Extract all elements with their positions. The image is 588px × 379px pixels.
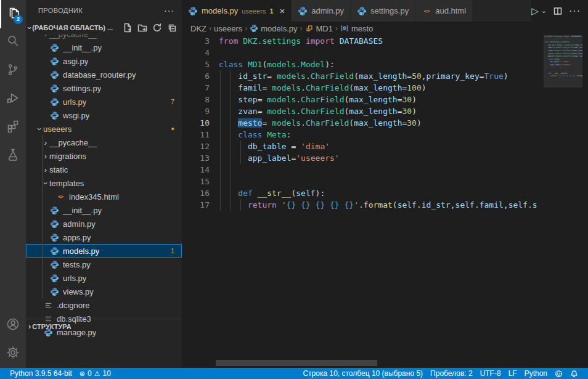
breadcrumb: DKZ›useeers›models.py›MD1›mesto <box>182 22 588 35</box>
code-token: __str__ <box>258 189 292 198</box>
explorer-sidebar: ПРОВОДНИК···›(РАБОЧАЯ ОБЛАСТЬ) ...›__pyc… <box>26 0 182 368</box>
new-file-button[interactable] <box>123 23 133 33</box>
code-token: . <box>306 71 311 81</box>
code-token: . <box>301 118 306 128</box>
code-line-7[interactable]: 7 famil= models.CharField(max_length=100… <box>182 82 588 94</box>
activity-extensions-button[interactable] <box>0 113 26 142</box>
problems-status[interactable]: ⊗0⚠10 <box>76 369 115 378</box>
refresh-button[interactable] <box>152 23 162 33</box>
code-editor[interactable]: 3from DKZ.settings import DATABASES45cla… <box>182 35 588 368</box>
more-actions-button[interactable]: ··· <box>569 6 581 17</box>
activity-explorer-button[interactable]: 2 <box>0 0 26 28</box>
modified-dot-badge: ● <box>171 126 174 132</box>
source-control-icon <box>6 62 20 79</box>
horizontal-scrollbar[interactable] <box>216 360 377 366</box>
code-line-12[interactable]: 12 db_table = 'dima' <box>182 141 588 152</box>
tree-item-apps.py[interactable]: apps.py <box>26 230 182 244</box>
explorer-more-actions-button[interactable]: ··· <box>164 6 174 15</box>
tree-item-views.py[interactable]: views.py <box>26 285 182 298</box>
tree-item-index345.html[interactable]: <>index345.html <box>26 190 182 203</box>
tree-item-urls.py[interactable]: urls.py <box>26 271 182 285</box>
tree-item-.dcignore[interactable]: .dcignore <box>26 298 182 312</box>
breadcrumb-item-DKZ[interactable]: DKZ <box>190 24 206 33</box>
python-interpreter-status[interactable]: Python 3.9.5 64-bit <box>6 369 76 378</box>
activity-account-button[interactable] <box>0 311 26 340</box>
account-icon <box>6 317 20 334</box>
python-file-icon <box>49 83 59 93</box>
tree-item-__pycache__[interactable]: ›__pycache__ <box>26 35 182 41</box>
tree-item-database_roouter.py[interactable]: database_roouter.py <box>26 68 182 81</box>
activity-search-button[interactable] <box>0 28 26 57</box>
encoding-status[interactable]: UTF-8 <box>476 369 505 378</box>
tree-item-urls.py[interactable]: urls.py7 <box>26 95 182 108</box>
python-file-icon <box>49 287 59 296</box>
collapse-all-button[interactable] <box>167 23 177 33</box>
activity-source-control-button[interactable] <box>0 57 26 85</box>
breadcrumb-item-models.py[interactable]: models.py <box>250 24 297 33</box>
indent-guide <box>220 70 221 211</box>
tree-item-static[interactable]: ›static <box>26 163 182 176</box>
activity-testing-button[interactable] <box>0 142 26 170</box>
code-token: CharField <box>306 118 349 128</box>
tab-aud.html[interactable]: <>aud.html <box>415 0 473 22</box>
breadcrumb-item-MD1[interactable]: MD1 <box>305 24 333 33</box>
code-token: max_length <box>359 71 407 81</box>
tree-item-models.py[interactable]: models.py1 <box>26 244 182 258</box>
code-line-15[interactable]: 15 <box>182 176 588 187</box>
code-line-5[interactable]: 5class MD1(models.Model): <box>182 59 588 70</box>
activity-run-debug-button[interactable] <box>0 85 26 113</box>
notifications-button[interactable] <box>566 370 582 378</box>
code-line-16[interactable]: 16 def __str__(self): <box>182 187 588 199</box>
code-line-9[interactable]: 9 zvan= models.CharField(max_length=30) <box>182 105 588 117</box>
code-token: MD1 <box>248 60 262 69</box>
tab-label: settings.py <box>370 6 409 15</box>
code-line-6[interactable]: 6 id_str= models.CharField(max_length=50… <box>182 70 588 82</box>
tab-settings.py[interactable]: settings.py <box>351 0 415 22</box>
activity-settings-button[interactable] <box>0 340 26 368</box>
run-dropdown-button[interactable]: ⌄ <box>541 7 547 15</box>
tree-item-templates[interactable]: ›templates <box>26 176 182 190</box>
eol-status[interactable]: LF <box>505 369 521 378</box>
tree-item-__init__.py[interactable]: __init__.py <box>26 203 182 217</box>
code-token: self <box>455 200 475 210</box>
close-icon[interactable]: × <box>280 6 285 15</box>
code-line-8[interactable]: 8 step= models.CharField(max_length=30) <box>182 94 588 105</box>
code-line-11[interactable]: 11 class Meta: <box>182 129 588 141</box>
tab-admin.py[interactable]: admin.py <box>292 0 351 22</box>
indentation-status[interactable]: Пробелов: 2 <box>427 369 476 378</box>
code-line-14[interactable]: 14 <box>182 164 588 176</box>
file-tree: ›__pycache____init__.pyasgi.pydatabase_r… <box>26 35 182 353</box>
code-line-3[interactable]: 3from DKZ.settings import DATABASES <box>182 35 588 47</box>
language-mode-status[interactable]: Python <box>521 369 551 378</box>
new-folder-icon <box>137 26 147 34</box>
tree-item-__init__.py[interactable]: __init__.py <box>26 41 182 54</box>
cursor-position-status[interactable]: Строка 10, столбец 10 (выбрано 5) <box>299 369 427 378</box>
tree-item-__pycache__[interactable]: ›__pycache__ <box>26 136 182 149</box>
split-editor-button[interactable] <box>553 6 563 16</box>
tree-item-wsgi.py[interactable]: wsgi.py <box>26 108 182 122</box>
new-folder-button[interactable] <box>137 23 147 33</box>
run-button[interactable]: ▷ <box>531 6 539 17</box>
code-line-10[interactable]: 10 mesto= models.CharField(max_length=30… <box>182 117 588 129</box>
tab-models.py[interactable]: models.pyuseeers1× <box>182 0 292 22</box>
tree-item-asgi.py[interactable]: asgi.py <box>26 54 182 68</box>
code-line-13[interactable]: 13 app_label='useeers' <box>182 152 588 164</box>
code-token: ' <box>282 200 287 210</box>
tree-item-admin.py[interactable]: admin.py <box>26 217 182 230</box>
tree-item-migrations[interactable]: ›migrations <box>26 149 182 163</box>
file-name: useeers <box>43 124 71 134</box>
tree-item-useeers[interactable]: ›useeers● <box>26 122 182 136</box>
tree-item-settings.py[interactable]: settings.py <box>26 81 182 95</box>
code-token: ) <box>422 83 427 92</box>
breadcrumb-item-useeers[interactable]: useeers <box>214 24 242 33</box>
code-line-17[interactable]: 17 return '{} {} {} {} {}'.format(self.i… <box>182 199 588 211</box>
workspace-section-header[interactable]: ›(РАБОЧАЯ ОБЛАСТЬ) ... <box>26 21 182 35</box>
chevron-right-icon: › <box>42 152 49 161</box>
code-token: ( <box>349 83 354 92</box>
outline-section-header[interactable]: ›СТРУКТУРА <box>26 319 182 333</box>
breadcrumb-item-mesto[interactable]: mesto <box>340 24 373 33</box>
feedback-button[interactable] <box>551 370 566 378</box>
code-line-4[interactable]: 4 <box>182 47 588 59</box>
tree-item-tests.py[interactable]: tests.py <box>26 258 182 271</box>
minimap-slider[interactable] <box>544 35 582 88</box>
